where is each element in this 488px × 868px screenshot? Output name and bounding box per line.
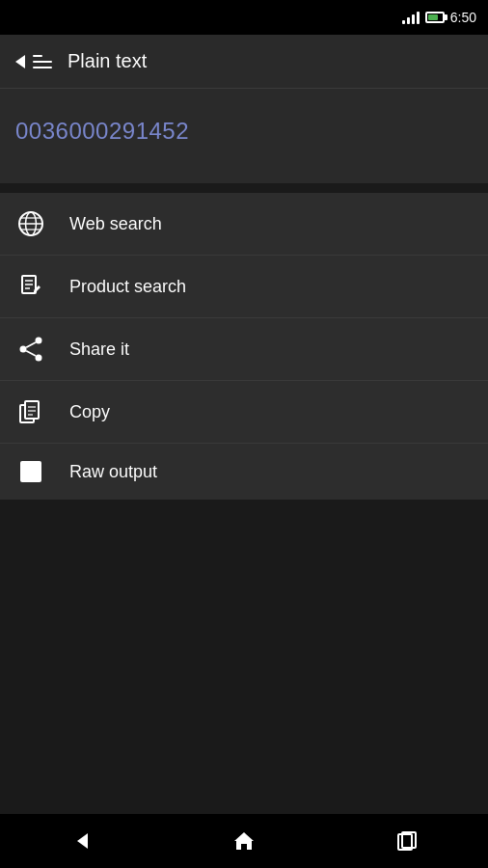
status-icons: 6:50 [402,10,476,25]
share-icon [15,336,46,363]
back-button[interactable] [15,55,52,68]
web-search-label: Web search [69,214,162,234]
share-it-label: Share it [69,339,129,360]
svg-rect-17 [25,401,39,419]
raw-output-label: Raw output [69,462,157,482]
svg-point-11 [36,338,42,344]
home-nav-button[interactable] [215,822,273,860]
svg-line-15 [26,351,36,356]
product-search-label: Product search [69,277,186,297]
pencil-icon [15,273,46,300]
recents-nav-button[interactable] [378,822,436,860]
svg-point-13 [20,346,27,353]
chevron-left-icon [15,55,25,68]
app-header: Plain text [0,35,488,89]
white-square-icon [20,461,41,482]
bottom-navigation [0,814,488,868]
globe-icon [15,210,46,237]
battery-icon [425,12,445,23]
back-nav-button[interactable] [52,822,110,860]
svg-marker-22 [234,832,254,850]
scanned-value: 0036000291452 [15,108,473,164]
svg-point-12 [36,355,42,362]
raw-output-icon [15,461,46,482]
status-time: 6:50 [450,10,476,25]
menu-list: Web search Product search Share [0,193,488,500]
menu-item-product-search[interactable]: Product search [0,256,488,318]
menu-item-web-search[interactable]: Web search [0,193,488,256]
content-area: 0036000291452 [0,89,488,183]
signal-icon [402,11,420,24]
copy-icon [15,398,46,425]
menu-item-share[interactable]: Share it [0,318,488,381]
svg-line-14 [26,342,36,347]
svg-marker-21 [77,833,88,849]
menu-icon [33,55,52,68]
status-bar: 6:50 [0,0,488,35]
menu-item-raw-output[interactable]: Raw output [0,444,488,500]
copy-label: Copy [69,402,110,422]
menu-item-copy[interactable]: Copy [0,381,488,444]
page-title: Plain text [68,50,147,72]
